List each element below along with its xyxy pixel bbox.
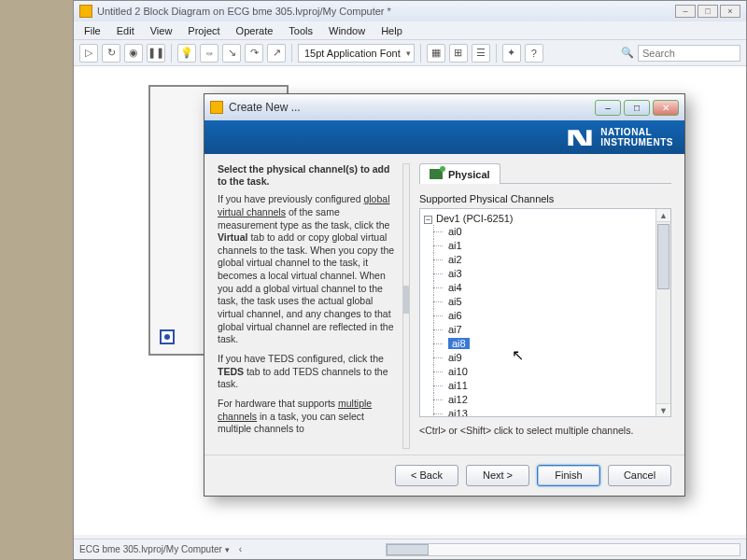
menu-tools[interactable]: Tools: [282, 23, 319, 38]
terminal-control[interactable]: [160, 329, 175, 344]
back-button[interactable]: < Back: [395, 465, 458, 486]
run-cont-button[interactable]: ↻: [102, 44, 120, 63]
retain-wire-button[interactable]: ⎃: [200, 44, 218, 63]
pause-button[interactable]: ❚❚: [147, 44, 165, 63]
search-input[interactable]: [638, 45, 740, 62]
menu-window[interactable]: Window: [322, 23, 372, 38]
help-p2: If you have TEDS configured, click the T…: [218, 353, 399, 391]
channel-tree[interactable]: −Dev1 (PCI-6251)ai0ai1ai2ai3ai4ai5ai6ai7…: [419, 208, 671, 417]
cleanup-button[interactable]: ✦: [502, 44, 521, 63]
help-p1: If you have previously configured global…: [218, 193, 399, 346]
help-header: Select the physical channel(s) to add to…: [218, 163, 399, 188]
channel-ai0[interactable]: ai0: [422, 225, 654, 239]
dialog-title: Create New ...: [229, 101, 301, 114]
help-p3: For hardware that supports multiple chan…: [218, 398, 399, 436]
channel-ai9[interactable]: ai9: [422, 351, 654, 365]
dialog-buttons: < Back Next > Finish Cancel: [204, 455, 684, 496]
next-button[interactable]: Next >: [466, 465, 529, 486]
channel-ai4[interactable]: ai4: [422, 281, 654, 295]
maximize-button[interactable]: □: [698, 5, 718, 18]
project-path: ECG bme 305.lvproj/My Computer: [79, 544, 222, 554]
search-icon: 🔍: [621, 47, 634, 59]
highlight-exec-button[interactable]: 💡: [177, 44, 196, 63]
brand-text: NATIONALINSTRUMENTS: [600, 127, 673, 147]
channel-ai1[interactable]: ai1: [422, 239, 654, 253]
tab-physical[interactable]: Physical: [419, 163, 500, 184]
dialog-titlebar[interactable]: Create New ... – □ ✕: [204, 94, 684, 120]
menu-project[interactable]: Project: [181, 23, 226, 38]
scroll-up-icon[interactable]: ▲: [656, 209, 670, 222]
channel-ai2[interactable]: ai2: [422, 253, 654, 267]
channel-ai7[interactable]: ai7: [422, 323, 654, 337]
minimize-button[interactable]: –: [675, 5, 696, 18]
dialog-minimize-button[interactable]: –: [595, 100, 621, 116]
step-over-button[interactable]: ↷: [245, 44, 263, 63]
menubar: File Edit View Project Operate Tools Win…: [74, 21, 746, 40]
channel-ai12[interactable]: ai12: [422, 393, 654, 407]
toolbar: ▷ ↻ ◉ ❚❚ 💡 ⎃ ↘ ↷ ↗ 15pt Application Font…: [74, 40, 746, 66]
dialog-icon: [210, 101, 223, 114]
font-select[interactable]: 15pt Application Font: [298, 44, 415, 63]
channel-ai11[interactable]: ai11: [422, 379, 654, 393]
channel-ai13[interactable]: ai13: [422, 407, 654, 416]
reorder-button[interactable]: ☰: [472, 44, 490, 63]
device-node[interactable]: −Dev1 (PCI-6251): [422, 212, 654, 225]
close-button[interactable]: ×: [720, 5, 740, 18]
physical-tab-icon: [430, 169, 443, 179]
distribute-button[interactable]: ⊞: [449, 44, 468, 63]
statusbar: ECG bme 305.lvproj/My Computer ▾ ‹: [74, 539, 746, 559]
tree-scrollbar[interactable]: ▲ ▼: [655, 209, 670, 416]
multiselect-hint: <Ctrl> or <Shift> click to select multip…: [419, 425, 671, 436]
dialog-maximize-button[interactable]: □: [624, 100, 650, 116]
menu-help[interactable]: Help: [374, 23, 409, 38]
h-scrollbar[interactable]: [386, 543, 740, 556]
step-out-button[interactable]: ↗: [267, 44, 286, 63]
group-label: Supported Physical Channels: [419, 193, 671, 204]
help-pane: Select the physical channel(s) to add to…: [204, 163, 406, 449]
channel-pane: Physical Supported Physical Channels −De…: [406, 163, 684, 449]
menu-view[interactable]: View: [144, 23, 179, 38]
menu-file[interactable]: File: [78, 23, 107, 38]
menu-operate[interactable]: Operate: [230, 23, 280, 38]
abort-button[interactable]: ◉: [124, 44, 143, 63]
menu-edit[interactable]: Edit: [110, 23, 141, 38]
app-icon: [79, 5, 92, 18]
brand-banner: NATIONALINSTRUMENTS: [204, 120, 684, 154]
window-titlebar: Untitled 2 Block Diagram on ECG bme 305.…: [74, 1, 746, 21]
create-new-dialog: Create New ... – □ ✕ NATIONALINSTRUMENTS…: [204, 93, 685, 497]
help-scrollbar[interactable]: [402, 163, 410, 449]
path-dropdown-icon[interactable]: ▾: [225, 545, 230, 554]
scroll-down-icon[interactable]: ▼: [656, 403, 670, 416]
context-help-button[interactable]: ?: [525, 44, 543, 63]
align-button[interactable]: ▦: [427, 44, 445, 63]
collapse-icon[interactable]: −: [424, 216, 432, 224]
channel-ai3[interactable]: ai3: [422, 267, 654, 281]
finish-button[interactable]: Finish: [537, 465, 600, 486]
step-into-button[interactable]: ↘: [222, 44, 241, 63]
channel-ai6[interactable]: ai6: [422, 309, 654, 323]
channel-ai5[interactable]: ai5: [422, 295, 654, 309]
channel-ai10[interactable]: ai10: [422, 365, 654, 379]
channel-ai8[interactable]: ai8: [422, 337, 654, 351]
cancel-button[interactable]: Cancel: [608, 465, 671, 486]
run-button[interactable]: ▷: [79, 44, 98, 63]
ni-logo-icon: [567, 127, 593, 147]
window-title: Untitled 2 Block Diagram on ECG bme 305.…: [97, 6, 391, 17]
dialog-close-button[interactable]: ✕: [653, 100, 679, 116]
